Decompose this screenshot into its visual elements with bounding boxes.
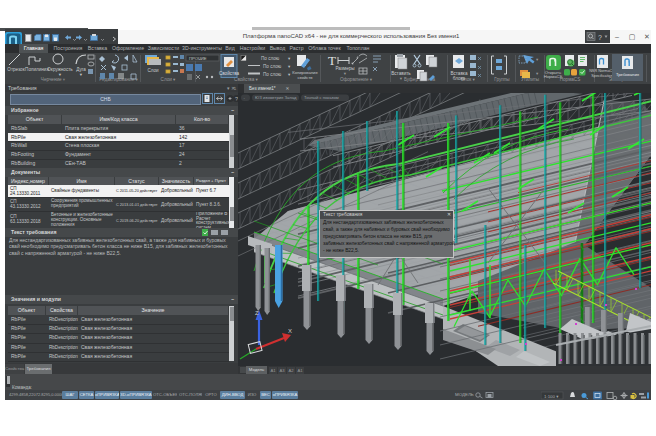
svg-text:Specification: Specification [591, 74, 613, 78]
svg-text:Точный с показом: Точный с показом [304, 95, 339, 100]
svg-text:Отрезок: Отрезок [7, 67, 25, 72]
svg-text:▾: ▾ [288, 64, 291, 69]
svg-text:▾: ▾ [288, 56, 291, 61]
svg-text:Свойства: Свойства [219, 70, 240, 76]
svg-text:Вставить: Вставить [391, 71, 411, 76]
svg-text:▾: ▾ [80, 72, 83, 77]
svg-text:По слою: По слою [263, 72, 282, 77]
svg-text:ЮЗ изометрия Запад: ЮЗ изометрия Запад [255, 95, 297, 100]
svg-text:▾: ▾ [288, 72, 291, 77]
svg-text:1:100 ▾: 1:100 ▾ [544, 393, 559, 398]
svg-text:NSR NormaCS: NSR NormaCS [589, 69, 615, 73]
svg-text:По слою: По слою [263, 64, 282, 69]
svg-text:▾: ▾ [59, 72, 62, 77]
svg-text:Z: Z [255, 310, 259, 316]
svg-text:Требования: Требования [616, 72, 639, 77]
svg-text:свойств: свойств [297, 75, 313, 80]
svg-text:▾: ▾ [344, 71, 347, 76]
svg-text:▾: ▾ [536, 71, 539, 76]
svg-text:Размеры: Размеры [335, 66, 354, 71]
svg-text:ПРОЧИЕ: ПРОЧИЕ [189, 56, 207, 61]
svg-text:X: X [288, 328, 292, 334]
svg-text:▾: ▾ [400, 76, 403, 81]
svg-text:▾: ▾ [536, 57, 539, 62]
svg-text:?: ? [598, 34, 602, 41]
svg-text:Полилиния: Полилиния [25, 67, 49, 72]
svg-text:По слою: По слою [261, 56, 280, 61]
svg-text:блока: блока [453, 76, 466, 81]
svg-text:НормаCS: НормаCS [544, 74, 563, 79]
svg-text:Слои: Слои [147, 68, 159, 73]
